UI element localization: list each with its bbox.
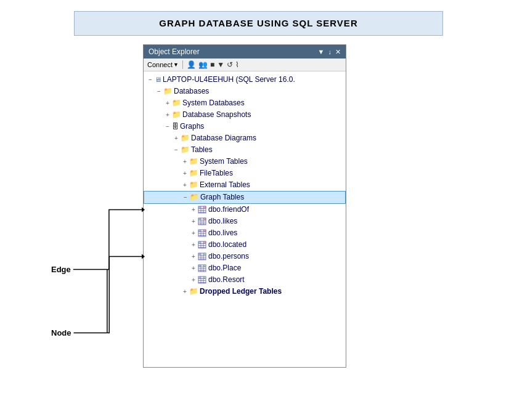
- label-lives: dbo.lives: [208, 228, 237, 238]
- icon-located: E: [198, 240, 207, 250]
- icon-databases: 📁: [163, 86, 173, 97]
- expander-system-tables[interactable]: +: [181, 156, 189, 167]
- expander-databases[interactable]: −: [155, 86, 163, 97]
- new-query-icon[interactable]: 👤: [187, 60, 196, 69]
- svg-rect-60: [198, 277, 201, 279]
- icon-persons: N: [198, 251, 207, 262]
- tree-item-persons[interactable]: + N dbo.persons: [144, 251, 346, 262]
- label-place: dbo.Place: [208, 263, 241, 273]
- svg-text:N: N: [205, 253, 206, 256]
- oe-header-title: Object Explorer: [149, 47, 200, 56]
- connect-label: Connect: [147, 61, 173, 68]
- title-banner: GRAPH DATABASE USING SQL SERVER: [74, 11, 443, 36]
- tree-item-system-tables[interactable]: +📁System Tables: [144, 156, 346, 168]
- label-databases: Databases: [174, 86, 209, 97]
- expander-likes[interactable]: +: [189, 216, 198, 227]
- label-friendof: dbo.friendOf: [208, 204, 249, 215]
- label-file-tables: FileTables: [200, 168, 233, 179]
- expander-db-diagrams[interactable]: +: [172, 133, 181, 143]
- oe-tree: −🖥LAPTOP-UL4EEHUH (SQL Server 16.0.−📁Dat…: [144, 71, 346, 367]
- tree-item-databases[interactable]: −📁Databases: [144, 86, 346, 97]
- icon-graphs-db: 🗄: [172, 121, 179, 132]
- expander-persons[interactable]: +: [189, 251, 198, 262]
- svg-text:E: E: [205, 206, 206, 209]
- svg-rect-42: [198, 253, 201, 256]
- icon-resort: N: [198, 275, 207, 285]
- expander-tables[interactable]: −: [172, 145, 181, 155]
- label-resort: dbo.Resort: [208, 275, 245, 285]
- object-explorer-panel: Object Explorer ▼ ↓ ✕ Connect ▼ 👤 👥 ■ ▼ …: [143, 44, 346, 368]
- tree-item-located[interactable]: + E dbo.located: [144, 239, 346, 251]
- tree-item-db-diagrams[interactable]: +📁Database Diagrams: [144, 132, 346, 144]
- expander-lives[interactable]: +: [189, 228, 198, 238]
- close-icon[interactable]: ✕: [335, 48, 341, 56]
- expander-friendof[interactable]: +: [189, 204, 198, 215]
- icon-file-tables: 📁: [189, 168, 198, 179]
- connect-dropdown-icon[interactable]: ▼: [173, 62, 179, 68]
- label-graph-tables: Graph Tables: [200, 192, 244, 203]
- svg-rect-33: [198, 241, 201, 244]
- tree-item-system-dbs[interactable]: +📁System Databases: [144, 97, 346, 109]
- tree-item-likes[interactable]: + E dbo.likes: [144, 216, 346, 227]
- label-system-dbs: System Databases: [182, 98, 245, 108]
- expander-graphs-db[interactable]: −: [163, 121, 172, 132]
- expander-server[interactable]: −: [146, 75, 155, 85]
- svg-rect-15: [198, 218, 201, 220]
- expander-system-dbs[interactable]: +: [163, 98, 172, 108]
- page-title: GRAPH DATABASE USING SQL SERVER: [159, 18, 357, 28]
- icon-db-snapshots: 📁: [172, 110, 181, 120]
- svg-text:N: N: [205, 277, 206, 279]
- label-dropped-ledger: Dropped Ledger Tables: [200, 286, 282, 297]
- edge-label: Edge: [51, 265, 71, 274]
- dock-icon[interactable]: ↓: [328, 48, 332, 55]
- tree-item-external-tables[interactable]: +📁External Tables: [144, 179, 346, 191]
- stop-icon[interactable]: ■: [210, 60, 214, 69]
- svg-rect-6: [198, 206, 201, 209]
- icon-server: 🖥: [155, 75, 161, 85]
- connect-button[interactable]: Connect ▼: [147, 61, 179, 68]
- expander-place[interactable]: +: [189, 263, 198, 273]
- icon-system-dbs: 📁: [172, 98, 181, 108]
- label-server: LAPTOP-UL4EEHUH (SQL Server 16.0.: [163, 75, 295, 85]
- label-located: dbo.located: [208, 240, 246, 250]
- expander-resort[interactable]: +: [189, 275, 198, 285]
- tree-item-resort[interactable]: + N dbo.Resort: [144, 274, 346, 286]
- icon-friendof: E: [198, 204, 207, 215]
- tree-item-friendof[interactable]: + E dbo.friendOf: [144, 204, 346, 216]
- expander-file-tables[interactable]: +: [181, 168, 189, 179]
- svg-text:E: E: [205, 241, 206, 244]
- expander-graph-tables[interactable]: −: [181, 192, 190, 203]
- toolbar-separator: [182, 60, 183, 69]
- icon-graph-tables: 📁: [190, 192, 199, 203]
- expander-db-snapshots[interactable]: +: [163, 110, 172, 120]
- expander-dropped-ledger[interactable]: +: [181, 286, 189, 297]
- icon-external-tables: 📁: [189, 180, 198, 190]
- activity-monitor-icon[interactable]: 👥: [198, 60, 208, 69]
- tree-item-server[interactable]: −🖥LAPTOP-UL4EEHUH (SQL Server 16.0.: [144, 74, 346, 86]
- oe-header-icons: ▼ ↓ ✕: [318, 48, 341, 56]
- svg-text:E: E: [205, 218, 206, 220]
- icon-db-diagrams: 📁: [181, 133, 190, 143]
- refresh-icon[interactable]: ↺: [227, 60, 233, 69]
- tree-item-place[interactable]: + N dbo.Place: [144, 262, 346, 274]
- pin-icon[interactable]: ▼: [318, 48, 325, 55]
- tree-item-lives[interactable]: + E dbo.lives: [144, 227, 346, 239]
- activity-icon[interactable]: ⌇: [235, 60, 239, 69]
- icon-likes: E: [198, 216, 207, 227]
- label-likes: dbo.likes: [208, 216, 237, 227]
- icon-place: N: [198, 263, 207, 273]
- tree-item-graph-tables[interactable]: −📁Graph Tables: [144, 191, 346, 204]
- label-external-tables: External Tables: [200, 180, 250, 190]
- icon-dropped-ledger: 📁: [189, 286, 198, 297]
- oe-toolbar: Connect ▼ 👤 👥 ■ ▼ ↺ ⌇: [144, 59, 346, 71]
- filter-icon[interactable]: ▼: [217, 60, 224, 69]
- tree-item-tables[interactable]: −📁Tables: [144, 144, 346, 156]
- icon-lives: E: [198, 228, 207, 238]
- expander-located[interactable]: +: [189, 240, 198, 250]
- tree-item-graphs-db[interactable]: −🗄Graphs: [144, 121, 346, 132]
- tree-item-db-snapshots[interactable]: +📁Database Snapshots: [144, 109, 346, 121]
- expander-external-tables[interactable]: +: [181, 180, 189, 190]
- tree-item-dropped-ledger[interactable]: +📁Dropped Ledger Tables: [144, 286, 346, 297]
- tree-item-file-tables[interactable]: +📁FileTables: [144, 168, 346, 179]
- label-db-snapshots: Database Snapshots: [182, 110, 251, 120]
